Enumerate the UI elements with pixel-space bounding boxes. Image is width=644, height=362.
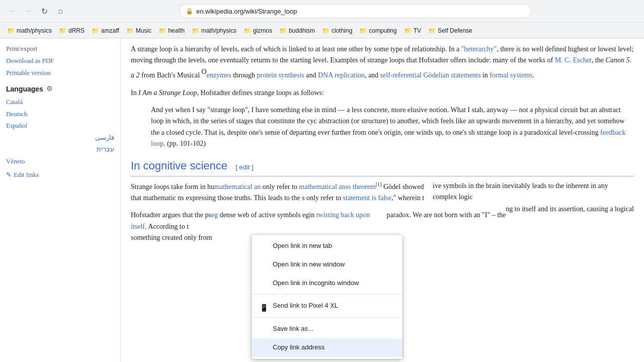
cognitive-science-heading-link[interactable]: In cognitive science: [131, 159, 227, 172]
citation-1: [1]: [376, 182, 382, 187]
folder-icon: 📁: [279, 27, 287, 34]
mathematical-link-2[interactable]: mathematical an: [299, 183, 345, 190]
incognito-icon: [260, 279, 268, 287]
nav-buttons: ← → ↻ ⌂: [5, 4, 67, 18]
folder-icon: 📁: [59, 27, 66, 34]
lang-espanol[interactable]: Español: [6, 120, 114, 132]
print-export-title: Print/export: [6, 43, 114, 55]
dna-replication-link[interactable]: DNA replication: [318, 71, 365, 79]
browser-chrome: ← → ↻ ⌂ 🔒 en.wikipedia.org/wiki/Strange_…: [0, 0, 644, 23]
heterarchy-link[interactable]: "heterarchy": [461, 45, 497, 53]
new-window-icon: [260, 260, 268, 268]
bookmark-amzaff[interactable]: 📁 amzaff: [89, 26, 122, 36]
context-copy-link[interactable]: Copy link address: [252, 338, 403, 357]
bookmark-label: TV: [414, 27, 421, 34]
edit-links[interactable]: ✎ Edit links: [6, 171, 114, 179]
refresh-button[interactable]: ↻: [37, 4, 51, 18]
folder-icon: 📁: [158, 27, 166, 34]
languages-header: Languages ⚙: [6, 84, 114, 93]
context-open-new-window[interactable]: Open link in new window: [252, 255, 403, 274]
forward-button[interactable]: →: [21, 4, 35, 18]
statement-false-link[interactable]: statement is false: [343, 194, 391, 202]
bookmark-health[interactable]: 📁 health: [155, 26, 188, 36]
folder-icon: 📁: [7, 27, 15, 34]
protein-synthesis-link[interactable]: protein synthesis: [257, 71, 304, 79]
folder-icon: 📁: [404, 27, 412, 34]
context-menu-divider-1: [252, 294, 403, 295]
enzymes-link[interactable]: enzymes: [207, 71, 231, 79]
paragraph-1: A strange loop is a hierarchy of levels,…: [131, 44, 634, 81]
print-export-section: Print/export Download as PDF Printable v…: [6, 43, 114, 78]
bookmark-label: computing: [369, 27, 396, 34]
bookmark-computing[interactable]: 📁 computing: [356, 26, 399, 36]
bookmark-tv[interactable]: 📁 TV: [401, 26, 424, 36]
paragraph-3: Strange loops take form in humathematica…: [131, 180, 634, 204]
folder-icon: 📁: [192, 27, 199, 34]
context-menu: Open link in new tab Open link in new wi…: [252, 235, 403, 359]
folder-icon: 📁: [92, 27, 99, 34]
context-open-incognito[interactable]: Open link in incognito window: [252, 274, 403, 293]
save-icon: [260, 325, 268, 333]
edit-link[interactable]: edit: [239, 163, 250, 171]
escher-link[interactable]: M. C. Escher: [555, 56, 592, 64]
bookmark-gizmos[interactable]: 📁 gizmos: [240, 26, 275, 36]
context-send-to-device[interactable]: 📱 Send link to Pixel 4 XL: [252, 297, 403, 315]
bookmark-label: clothing: [332, 27, 352, 34]
context-item-4-label: Send link to Pixel 4 XL: [273, 301, 338, 311]
folder-icon: 📁: [322, 27, 330, 34]
folder-icon: 📁: [126, 27, 134, 34]
context-item-3-label: Open link in incognito window: [273, 278, 359, 289]
lang-hebrew[interactable]: עברית: [6, 143, 114, 155]
bookmark-label: Music: [136, 27, 151, 34]
languages-title: Languages: [6, 85, 43, 93]
folder-icon: 📁: [359, 27, 367, 34]
blockquote-text: And yet when I say "strange loop", I hav…: [151, 105, 634, 150]
page-content: Print/export Download as PDF Printable v…: [0, 39, 644, 362]
context-save-link[interactable]: Save link as...: [252, 320, 403, 338]
bookmark-math-physics-2[interactable]: 📁 math/physics: [189, 26, 239, 36]
context-menu-divider-2: [252, 317, 403, 318]
folder-icon: 📁: [428, 27, 436, 34]
lang-deutsch[interactable]: Deutsch: [6, 108, 114, 120]
lang-farsi[interactable]: فارسی: [6, 132, 114, 144]
context-menu-overlay: Open link in new tab Open link in new wi…: [252, 235, 403, 359]
eg-link[interactable]: eg: [211, 211, 218, 219]
bookmark-label: dRRS: [68, 27, 85, 34]
mathematical-link[interactable]: mathematical an: [214, 183, 261, 190]
bookmark-label: Self Defense: [438, 27, 472, 34]
download-pdf-link[interactable]: Download as PDF: [6, 55, 114, 67]
new-tab-icon: [260, 242, 268, 250]
ss-theorem-link[interactable]: ss theorem: [345, 183, 375, 190]
bookmarks-bar: 📁 math/physics 📁 dRRS 📁 amzaff 📁 Music 📁…: [0, 23, 644, 39]
address-bar[interactable]: 🔒 en.wikipedia.org/wiki/Strange_loop: [179, 4, 531, 18]
godelian-link[interactable]: self-referential Gödelian statements: [380, 71, 481, 79]
home-button[interactable]: ⌂: [53, 4, 67, 18]
back-button[interactable]: ←: [5, 4, 19, 18]
bookmark-math-physics-1[interactable]: 📁 math/physics: [4, 26, 55, 36]
context-item-6-label: Copy link address: [273, 342, 325, 353]
url-text: en.wikipedia.org/wiki/Strange_loop: [196, 8, 525, 15]
gear-icon[interactable]: ⚙: [46, 84, 53, 93]
edit-pencil-icon: ✎: [6, 171, 12, 179]
folder-icon: 📁: [244, 27, 251, 34]
edit-bracket: [ edit ]: [235, 163, 253, 171]
bookmark-self-defense[interactable]: 📁 Self Defense: [425, 26, 475, 36]
formal-systems-link[interactable]: formal systems: [490, 71, 532, 79]
bookmark-buddhism[interactable]: 📁 buddhism: [276, 26, 318, 36]
bookmark-label: buddhism: [289, 27, 315, 34]
context-open-new-tab[interactable]: Open link in new tab: [252, 237, 403, 255]
bookmark-clothing[interactable]: 📁 clothing: [319, 26, 355, 36]
bookmark-label: amzaff: [101, 27, 119, 34]
bookmark-drrs[interactable]: 📁 dRRS: [56, 26, 88, 36]
phone-icon: 📱: [260, 302, 268, 310]
lang-catala[interactable]: Català: [6, 96, 114, 108]
feedback-loop-link[interactable]: feedback loop: [151, 129, 625, 147]
bookmark-label: health: [168, 27, 185, 34]
twisting-back-link[interactable]: twisting back upon itself: [131, 211, 370, 230]
lang-veneto[interactable]: Vèneto: [6, 155, 114, 167]
bookmark-music[interactable]: 📁 Music: [123, 26, 154, 36]
edit-links-label: Edit links: [14, 171, 39, 179]
bookmark-label: math/physics: [17, 27, 52, 34]
printable-version-link[interactable]: Printable version: [6, 67, 114, 79]
languages-section: Languages ⚙ Català Deutsch Español فارسی…: [6, 84, 114, 179]
